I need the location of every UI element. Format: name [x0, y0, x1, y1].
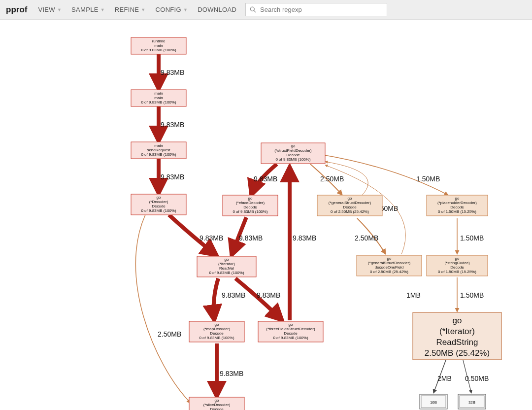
svg-line-1: [254, 11, 256, 13]
brand-label: pprof: [6, 5, 27, 15]
search-input[interactable]: [259, 5, 383, 14]
search-box[interactable]: [245, 3, 387, 16]
chevron-down-icon: ▼: [141, 7, 145, 12]
app-header: pprof VIEW▼ SAMPLE▼ REFINE▼ CONFIG▼ DOWN…: [0, 0, 532, 20]
menu-download[interactable]: DOWNLOAD: [195, 3, 239, 16]
chevron-down-icon: ▼: [57, 7, 62, 12]
menu-view[interactable]: VIEW▼: [35, 3, 65, 16]
search-icon: [250, 6, 256, 13]
menu-config[interactable]: CONFIG▼: [153, 3, 191, 16]
chevron-down-icon: ▼: [183, 7, 188, 12]
menu-refine[interactable]: REFINE▼: [112, 3, 149, 16]
svg-point-0: [250, 7, 254, 11]
chevron-down-icon: ▼: [100, 7, 105, 12]
call-graph[interactable]: 9.83MB 9.83MB 9.83MB 9.83MB 9.83MB 9.83M…: [0, 19, 532, 20]
menu-sample[interactable]: SAMPLE▼: [68, 3, 108, 16]
